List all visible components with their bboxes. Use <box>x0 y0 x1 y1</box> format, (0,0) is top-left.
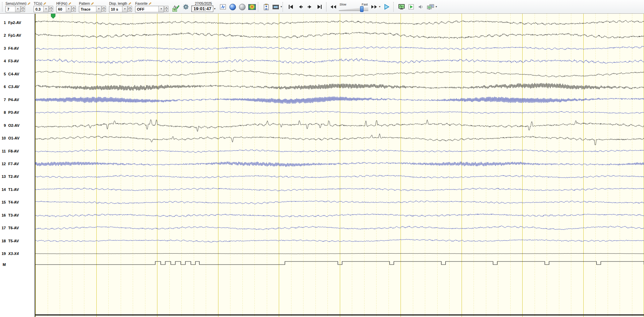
hf-hz-spin-down-icon[interactable]: ▼ <box>72 9 76 12</box>
edit-sens-uv-mm-icon[interactable] <box>27 2 31 5</box>
network-button[interactable] <box>426 2 435 12</box>
step-forward-button[interactable] <box>306 2 314 12</box>
channel-label[interactable]: F8-AV <box>8 149 19 153</box>
channel-label[interactable]: P4-AV <box>8 98 19 102</box>
hf-hz-spin-up-icon[interactable]: ▲ <box>72 6 76 9</box>
tc-s-combobox[interactable]: 0.3▼ <box>34 6 49 12</box>
sens-uv-mm-spin-up-icon[interactable]: ▲ <box>21 6 25 9</box>
tc-s-dropdown-icon[interactable]: ▼ <box>43 6 48 12</box>
hf-hz-spinner[interactable]: ▲▼ <box>72 6 76 12</box>
favorite-combobox[interactable]: OFF▼ <box>135 6 164 12</box>
channel-row[interactable]: 6C3-AV <box>0 84 34 89</box>
channel-label[interactable]: C4-AV <box>8 72 19 76</box>
edit-tc-s-icon[interactable] <box>43 2 46 5</box>
channel-row[interactable]: 19X3-X4 <box>0 251 34 256</box>
edit-favorite-icon[interactable] <box>148 2 152 5</box>
channel-label[interactable]: X3-X4 <box>8 252 19 256</box>
disp-length-dropdown-icon[interactable]: ▼ <box>122 6 127 12</box>
disp-length-spinner[interactable]: ▲▼ <box>128 6 132 12</box>
favorite-spin-down-icon[interactable]: ▼ <box>164 9 168 12</box>
video-button[interactable] <box>271 2 280 12</box>
play-button[interactable] <box>381 2 392 12</box>
channel-row[interactable]: 16T3-AV <box>0 213 34 218</box>
channel-label[interactable]: T6-AV <box>8 226 19 230</box>
channel-label[interactable]: Fp1-AV <box>8 33 21 37</box>
channel-label[interactable]: F4-AV <box>8 46 19 50</box>
brain-map-blue-button[interactable] <box>228 2 237 12</box>
channel-row[interactable]: 5C4-AV <box>0 72 34 76</box>
channel-row[interactable]: 14T1-AV <box>0 187 34 192</box>
channel-row[interactable]: 15T4-AV <box>0 200 34 205</box>
channel-row[interactable]: 18T5-AV <box>0 239 34 243</box>
sens-uv-mm-spin-down-icon[interactable]: ▼ <box>21 9 25 12</box>
channel-row[interactable]: 9O2-AV <box>0 123 34 128</box>
channel-label[interactable]: Fp2-AV <box>8 21 21 25</box>
pattern-spin-down-icon[interactable]: ▼ <box>102 9 106 12</box>
speed-thumb[interactable] <box>360 6 363 12</box>
rewind-button[interactable] <box>329 2 337 12</box>
step-back-button[interactable] <box>296 2 305 12</box>
channel-row[interactable]: 4F3-AV <box>0 59 34 63</box>
channel-row[interactable]: 12F7-AV <box>0 161 34 166</box>
favorite-spinner[interactable]: ▲▼ <box>164 6 168 12</box>
channel-row[interactable]: 11F8-AV <box>0 149 34 154</box>
channel-row[interactable]: 13T2-AV <box>0 174 34 179</box>
eeg-monitor-button[interactable] <box>397 2 406 12</box>
settings-gear-button[interactable] <box>181 2 190 12</box>
edit-pattern-icon[interactable] <box>91 2 94 5</box>
channel-label[interactable]: T5-AV <box>8 239 19 243</box>
event-channel-row[interactable]: M <box>0 262 34 267</box>
pattern-spin-up-icon[interactable]: ▲ <box>102 6 106 9</box>
channel-row[interactable]: 3F4-AV <box>0 46 34 51</box>
channel-label[interactable]: T3-AV <box>8 213 19 217</box>
channel-row[interactable]: 8P3-AV <box>0 110 34 115</box>
sens-uv-mm-combobox[interactable]: 7▼ <box>5 6 21 12</box>
channel-row[interactable]: 17T6-AV <box>0 225 34 230</box>
trend-graph-button[interactable] <box>218 2 227 12</box>
channel-label[interactable]: T2-AV <box>8 174 19 179</box>
channel-row[interactable]: 2Fp1-AV <box>0 33 34 38</box>
patient-info-button[interactable] <box>262 2 271 12</box>
channel-label[interactable]: P3-AV <box>8 110 19 114</box>
disp-length-combobox[interactable]: 10 s▼ <box>109 6 128 12</box>
speed-slider[interactable]: Slow Fast <box>339 3 368 11</box>
disp-length-spin-up-icon[interactable]: ▲ <box>128 6 132 9</box>
goto-end-button[interactable] <box>315 2 324 12</box>
sens-uv-mm-spinner[interactable]: ▲▼ <box>21 6 25 12</box>
channel-label[interactable]: T1-AV <box>8 187 19 192</box>
edit-disp-length-icon[interactable] <box>128 2 131 5</box>
channel-label[interactable]: T4-AV <box>8 200 19 204</box>
topography-map-button[interactable] <box>247 2 257 12</box>
network-dropdown-icon[interactable]: ▾ <box>436 5 437 8</box>
channel-label[interactable]: F7-AV <box>8 162 19 166</box>
channel-label[interactable]: C3-AV <box>8 85 19 89</box>
disp-length-spin-down-icon[interactable]: ▼ <box>128 9 132 12</box>
favorite-dropdown-icon[interactable]: ▼ <box>158 6 164 12</box>
edit-hf-hz-icon[interactable] <box>68 2 71 5</box>
channel-row[interactable]: 10O1-AV <box>0 136 34 141</box>
notch-filter-button[interactable]: 50 <box>172 2 181 12</box>
pattern-combobox[interactable]: Trace▼ <box>79 6 102 12</box>
tc-s-spin-down-icon[interactable]: ▼ <box>49 9 53 12</box>
speed-dropdown-icon[interactable]: ▾ <box>379 5 380 8</box>
pattern-dropdown-icon[interactable]: ▼ <box>96 6 101 12</box>
forward-button[interactable] <box>370 2 379 12</box>
tc-s-spin-up-icon[interactable]: ▲ <box>49 6 53 9</box>
sound-button[interactable] <box>416 2 425 12</box>
hf-hz-combobox[interactable]: 60▼ <box>56 6 71 12</box>
brain-map-gray-button[interactable] <box>238 2 247 12</box>
time-dropdown-icon[interactable]: ▾ <box>214 8 215 10</box>
speed-track[interactable] <box>339 7 368 11</box>
goto-start-button[interactable] <box>286 2 295 12</box>
channel-row[interactable]: 1Fp2-AV <box>0 20 34 25</box>
channel-label[interactable]: F3-AV <box>8 59 19 63</box>
favorite-spin-up-icon[interactable]: ▲ <box>164 6 168 9</box>
channel-label[interactable]: O2-AV <box>8 123 20 127</box>
review-play-button[interactable] <box>407 2 416 12</box>
sens-uv-mm-dropdown-icon[interactable]: ▼ <box>15 6 20 12</box>
hf-hz-dropdown-icon[interactable]: ▼ <box>66 6 71 12</box>
channel-row[interactable]: 7P4-AV <box>0 97 34 102</box>
tc-s-spinner[interactable]: ▲▼ <box>49 6 53 12</box>
eeg-trace-area[interactable] <box>35 14 644 317</box>
pattern-spinner[interactable]: ▲▼ <box>102 6 106 12</box>
